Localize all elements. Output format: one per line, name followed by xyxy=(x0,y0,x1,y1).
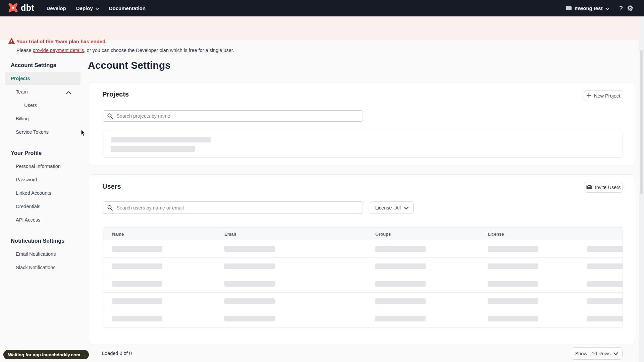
skeleton-bar xyxy=(224,263,275,269)
skeleton-bar xyxy=(112,263,162,269)
nav-documentation-label: Documentation xyxy=(109,5,146,11)
invite-users-button[interactable]: Invite Users xyxy=(584,182,623,193)
sidebar-item-label: Service Tokens xyxy=(16,129,49,135)
skeleton-bar xyxy=(375,263,426,269)
sidebar-item-users[interactable]: Users xyxy=(5,99,80,112)
rows-per-page-value: 10 Rows xyxy=(592,351,610,356)
users-table-header: Name Email Groups License xyxy=(103,228,623,240)
scrollbar-track[interactable] xyxy=(639,16,644,362)
users-card-heading: Users xyxy=(102,183,121,190)
sidebar-item-projects[interactable]: Projects xyxy=(5,72,80,85)
scrollbar-thumb[interactable] xyxy=(640,50,643,194)
skeleton-bar xyxy=(112,281,162,287)
license-filter-value: All xyxy=(395,205,400,210)
projects-search xyxy=(103,110,363,122)
projects-card-heading: Projects xyxy=(102,90,129,98)
sidebar-heading-notification-settings: Notification Settings xyxy=(0,234,83,247)
nav-item-develop[interactable]: Develop xyxy=(46,5,66,11)
column-header-name: Name xyxy=(112,228,124,240)
dbt-logo-icon xyxy=(7,2,19,15)
nav-item-deploy[interactable]: Deploy xyxy=(76,5,99,11)
nav-item-documentation[interactable]: Documentation xyxy=(109,5,146,11)
column-header-email: Email xyxy=(224,228,236,240)
table-row-skeleton xyxy=(103,258,623,275)
skeleton-bar xyxy=(587,316,623,321)
users-table: Name Email Groups License xyxy=(103,227,623,328)
sidebar-item-label: Users xyxy=(24,103,37,108)
column-header-license: License xyxy=(488,228,504,240)
sidebar-heading-your-profile: Your Profile xyxy=(0,146,83,160)
skeleton-bar xyxy=(224,298,275,304)
skeleton-bar xyxy=(224,281,275,287)
rows-per-page-label: Show: xyxy=(575,351,589,356)
nav-deploy-label: Deploy xyxy=(76,5,93,11)
license-filter-dropdown[interactable]: License All xyxy=(370,201,414,214)
sidebar-item-label: Linked Accounts xyxy=(16,190,51,196)
sidebar-item-label: Team xyxy=(16,89,28,95)
skeleton-bar xyxy=(112,246,162,252)
dbt-cloud-app: dbt Develop Deploy Documentation mwong t… xyxy=(0,0,644,362)
nav-right-cluster: mwong test ? ⚙ xyxy=(566,0,633,16)
sidebar-item-label: Email Notifications xyxy=(16,251,56,257)
skeleton-bar xyxy=(112,316,162,321)
sidebar-item-personal-information[interactable]: Personal Information xyxy=(5,160,80,173)
skeleton-bar xyxy=(488,281,538,287)
sidebar-item-team[interactable]: Team xyxy=(5,85,80,99)
search-icon xyxy=(107,113,113,119)
skeleton-bar xyxy=(111,146,195,152)
sidebar-item-linked-accounts[interactable]: Linked Accounts xyxy=(5,186,80,200)
skeleton-bar xyxy=(587,246,623,252)
table-row-skeleton xyxy=(103,310,623,327)
skeleton-bar xyxy=(111,137,211,142)
sidebar-item-slack-notifications[interactable]: Slack Notifications xyxy=(5,261,80,274)
trial-ended-banner: Your trial of the Team plan has ended. P… xyxy=(0,16,644,40)
loaded-count: Loaded 0 of 0 xyxy=(102,351,132,356)
dbt-logo-text: dbt xyxy=(21,4,34,13)
projects-loading-panel xyxy=(103,131,623,158)
projects-search-input[interactable] xyxy=(103,110,363,122)
help-icon[interactable]: ? xyxy=(619,5,623,11)
gear-icon[interactable]: ⚙ xyxy=(627,5,633,12)
skeleton-bar xyxy=(375,298,426,304)
chevron-down-icon xyxy=(95,5,99,11)
sidebar-item-billing[interactable]: Billing xyxy=(5,112,80,125)
sidebar-item-label: Slack Notifications xyxy=(16,265,55,270)
sidebar-item-label: Projects xyxy=(11,76,30,81)
skeleton-bar xyxy=(587,263,623,269)
folder-icon xyxy=(566,5,572,11)
sidebar-item-label: API Access xyxy=(16,217,40,223)
table-row-skeleton xyxy=(103,275,623,293)
nav-develop-label: Develop xyxy=(46,5,66,11)
page-title: Account Settings xyxy=(88,60,171,71)
dbt-logo[interactable]: dbt xyxy=(7,2,34,15)
sidebar-item-credentials[interactable]: Credentials xyxy=(5,200,80,213)
sidebar-item-service-tokens[interactable]: Service Tokens xyxy=(5,125,80,139)
account-switcher[interactable]: mwong test xyxy=(566,5,609,11)
users-card: Users Invite Users License All Name Emai… xyxy=(89,174,635,345)
column-header-groups: Groups xyxy=(375,228,391,240)
rows-per-page-dropdown[interactable]: Show: 10 Rows xyxy=(571,347,623,360)
nav-menu: Develop Deploy Documentation xyxy=(46,5,146,11)
sidebar-item-api-access[interactable]: API Access xyxy=(5,213,80,227)
skeleton-bar xyxy=(112,298,162,304)
table-row-skeleton xyxy=(103,293,623,310)
top-nav: dbt Develop Deploy Documentation mwong t… xyxy=(0,0,644,16)
skeleton-bar xyxy=(587,281,623,287)
new-project-button[interactable]: New Project xyxy=(584,90,623,101)
mouse-cursor xyxy=(81,129,87,138)
skeleton-bar xyxy=(375,281,426,287)
sidebar-item-label: Billing xyxy=(16,116,29,121)
skeleton-bar xyxy=(488,263,538,269)
banner-body-suffix: , or you can choose the Developer plan w… xyxy=(84,48,234,53)
sidebar-heading-account-settings: Account Settings xyxy=(0,58,83,72)
skeleton-bar xyxy=(488,246,538,252)
users-search-input[interactable] xyxy=(103,201,363,214)
users-search xyxy=(103,201,363,214)
chevron-down-icon xyxy=(404,205,409,210)
sidebar-item-password[interactable]: Password xyxy=(5,173,80,186)
sidebar-item-email-notifications[interactable]: Email Notifications xyxy=(5,247,80,261)
skeleton-bar xyxy=(587,298,623,304)
account-name: mwong test xyxy=(575,5,602,11)
plus-icon xyxy=(587,93,591,99)
skeleton-bar xyxy=(224,316,275,321)
